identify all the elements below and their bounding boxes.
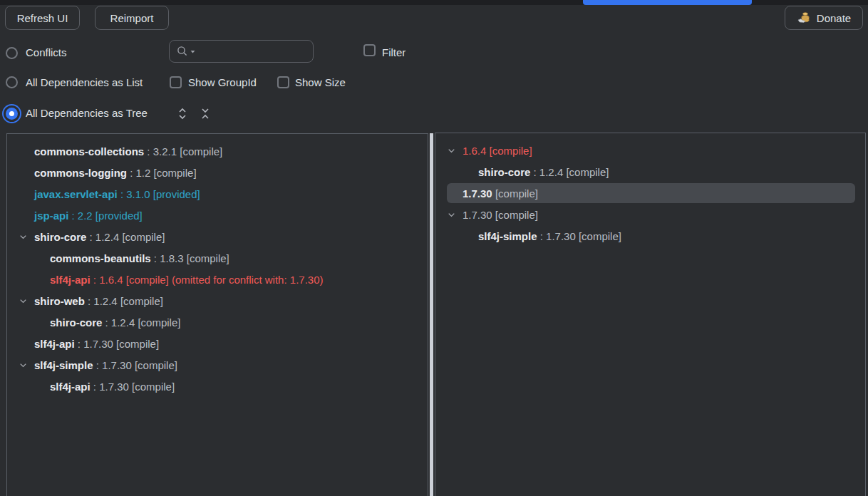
dependency-text: shiro-core : 1.2.4 [compile] <box>34 231 165 243</box>
dependency-text: slf4j-simple : 1.7.30 [compile] <box>478 230 621 242</box>
artifact-version-scope: : 3.2.1 [compile] <box>144 145 222 157</box>
conflicts-radio-label[interactable]: Conflicts <box>26 46 67 59</box>
artifact-version-scope: : 1.7.30 [compile] <box>91 381 175 393</box>
tree-row[interactable]: shiro-core : 1.2.4 [compile] <box>7 311 428 333</box>
artifact-name: slf4j-api <box>34 338 75 350</box>
filter-checkbox[interactable] <box>363 44 376 56</box>
tree-row[interactable]: commons-logging : 1.2 [compile] <box>7 162 428 183</box>
artifact-name: commons-logging <box>34 167 127 179</box>
artifact-version-scope: : 1.8.3 [compile] <box>151 252 229 264</box>
artifact-name: slf4j-api <box>50 381 91 393</box>
left-dependency-tree: commons-collections : 3.2.1 [compile]com… <box>7 140 428 397</box>
artifact-name: slf4j-api <box>50 274 91 286</box>
dependency-text: 1.6.4 [compile] <box>463 145 532 157</box>
all-dependencies-as-list-label[interactable]: All Dependencies as List <box>26 76 143 89</box>
tree-row[interactable]: commons-collections : 3.2.1 [compile] <box>7 140 428 162</box>
all-dependencies-as-tree-label[interactable]: All Dependencies as Tree <box>26 107 148 120</box>
dependency-text: 1.7.30 [compile] <box>463 187 538 200</box>
artifact-name: slf4j-simple <box>34 359 93 371</box>
refresh-ui-button-label: Refresh UI <box>17 12 68 24</box>
tree-row[interactable]: slf4j-api : 1.6.4 [compile] (omitted for… <box>7 269 428 290</box>
chevron-down-icon[interactable] <box>16 296 34 306</box>
dependency-text: commons-logging : 1.2 [compile] <box>34 167 197 179</box>
artifact-name: commons-beanutils <box>50 252 151 264</box>
dependency-text: shiro-core : 1.2.4 [compile] <box>478 166 609 178</box>
tree-row[interactable]: 1.7.30 [compile] <box>435 204 865 225</box>
right-usages-tree-panel: 1.6.4 [compile]shiro-core : 1.2.4 [compi… <box>435 133 866 496</box>
tree-row[interactable]: commons-beanutils : 1.8.3 [compile] <box>7 247 428 269</box>
artifact-name: shiro-core <box>478 166 530 178</box>
artifact-version-scope: : 1.2.4 [compile] <box>86 231 165 243</box>
dependency-text: javax.servlet-api : 3.1.0 [provided] <box>34 188 200 200</box>
reimport-button[interactable]: Reimport <box>95 6 169 30</box>
dependency-text: shiro-core : 1.2.4 [compile] <box>50 316 180 329</box>
donate-button[interactable]: Donate <box>785 6 863 30</box>
tree-row[interactable]: slf4j-simple : 1.7.30 [compile] <box>7 354 428 376</box>
chevron-down-icon[interactable] <box>16 232 34 242</box>
dependency-text: commons-beanutils : 1.8.3 [compile] <box>50 252 229 264</box>
tree-row[interactable]: slf4j-api : 1.7.30 [compile] <box>7 376 428 397</box>
artifact-version-scope: : 1.7.30 [compile] <box>537 230 621 242</box>
dependency-text: 1.7.30 [compile] <box>463 209 538 221</box>
tree-row[interactable]: slf4j-api : 1.7.30 [compile] <box>7 333 428 354</box>
all-dependencies-as-list-radio[interactable] <box>6 76 18 88</box>
tree-row[interactable]: shiro-web : 1.2.4 [compile] <box>7 290 428 311</box>
chevron-down-icon[interactable] <box>444 145 463 156</box>
artifact-name: slf4j-simple <box>478 230 537 242</box>
dependency-text: slf4j-simple : 1.7.30 [compile] <box>34 359 177 371</box>
dependency-text: commons-collections : 3.2.1 [compile] <box>34 145 222 157</box>
dependency-text: slf4j-api : 1.7.30 [compile] <box>34 338 159 350</box>
hand-holding-coins-icon <box>797 11 812 25</box>
panel-splitter[interactable] <box>430 133 433 496</box>
show-groupid-label[interactable]: Show GroupId <box>188 76 257 89</box>
chevron-down-icon[interactable] <box>190 48 196 55</box>
artifact-version-scope: 1.6.4 [compile] <box>463 145 532 157</box>
collapse-all-icon[interactable] <box>199 105 212 121</box>
dependency-text: jsp-api : 2.2 [provided] <box>34 210 143 222</box>
artifact-version-scope: : 1.7.30 [compile] <box>93 359 177 371</box>
tree-row[interactable]: jsp-api : 2.2 [provided] <box>7 205 428 226</box>
artifact-name: shiro-core <box>34 231 86 243</box>
artifact-version-scope: [compile] <box>492 187 538 200</box>
artifact-version-scope: : 1.2.4 [compile] <box>102 316 180 329</box>
right-usages-tree: 1.6.4 [compile]shiro-core : 1.2.4 [compi… <box>435 140 865 247</box>
artifact-version-scope: : 1.2.4 [compile] <box>530 166 609 178</box>
artifact-version-scope: 1.7.30 [compile] <box>463 209 538 221</box>
artifact-version-scope: : 1.7.30 [compile] <box>75 338 159 350</box>
search-field[interactable] <box>169 40 314 63</box>
chevron-down-icon[interactable] <box>16 360 34 371</box>
artifact-version-scope: : 2.2 [provided] <box>68 210 142 222</box>
artifact-version-scope: : 1.2.4 [compile] <box>85 295 163 307</box>
chevron-down-icon[interactable] <box>444 210 463 220</box>
tab-accent-bar <box>583 0 752 5</box>
tree-row-selected[interactable]: 1.7.30 [compile] <box>435 182 865 204</box>
donate-button-label: Donate <box>817 12 851 24</box>
left-dependency-tree-panel: commons-collections : 3.2.1 [compile]com… <box>6 133 428 496</box>
artifact-name: 1.7.30 <box>463 187 492 200</box>
artifact-name: shiro-web <box>34 295 85 307</box>
show-size-checkbox[interactable] <box>277 76 289 88</box>
search-input[interactable] <box>197 46 313 58</box>
reimport-button-label: Reimport <box>110 12 154 24</box>
artifact-version-scope: : 1.2 [compile] <box>127 167 197 179</box>
tree-row[interactable]: shiro-core : 1.2.4 [compile] <box>7 226 428 247</box>
artifact-name: commons-collections <box>34 145 144 157</box>
dependency-text: slf4j-api : 1.6.4 [compile] (omitted for… <box>50 274 324 286</box>
artifact-name: jsp-api <box>34 210 68 222</box>
show-size-label[interactable]: Show Size <box>295 76 346 89</box>
tree-row[interactable]: shiro-core : 1.2.4 [compile] <box>435 161 865 182</box>
maven-helper-dependency-analyzer: { "window": { "background": "#2b2d30", "… <box>0 0 868 496</box>
refresh-ui-button[interactable]: Refresh UI <box>5 6 80 30</box>
tree-row[interactable]: slf4j-simple : 1.7.30 [compile] <box>435 225 865 247</box>
expand-all-icon[interactable] <box>176 105 189 121</box>
artifact-version-scope: : 3.1.0 [provided] <box>118 188 200 200</box>
show-groupid-checkbox[interactable] <box>170 76 182 88</box>
all-dependencies-as-tree-radio[interactable] <box>6 108 18 120</box>
artifact-name: javax.servlet-api <box>34 188 118 200</box>
conflicts-radio[interactable] <box>6 47 18 59</box>
dependency-text: shiro-web : 1.2.4 [compile] <box>34 295 163 307</box>
filter-checkbox-label[interactable]: Filter <box>382 46 405 59</box>
artifact-version-scope: : 1.6.4 [compile] (omitted for conflict … <box>91 274 324 286</box>
tree-row[interactable]: javax.servlet-api : 3.1.0 [provided] <box>7 183 428 205</box>
tree-row[interactable]: 1.6.4 [compile] <box>435 140 865 161</box>
